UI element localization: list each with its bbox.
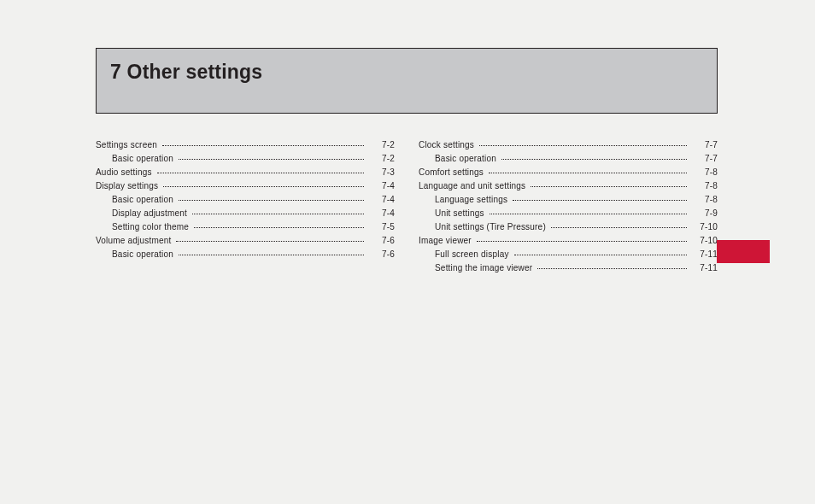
toc-entry-page: 7-10 (689, 220, 718, 234)
toc-entry: Language settings7-8 (419, 193, 718, 207)
toc-entry: Language and unit settings7-8 (419, 179, 718, 193)
toc-entry: Clock settings7-7 (419, 138, 718, 152)
section-tab-marker (717, 240, 770, 263)
toc-leader-dots (179, 159, 364, 160)
toc-entry-page: 7-7 (689, 152, 718, 166)
toc-entry: Image viewer7-10 (419, 234, 718, 248)
toc-entry: Display settings7-4 (96, 179, 395, 193)
toc-leader-dots (192, 214, 364, 214)
toc-entry: Setting color theme7-5 (96, 220, 395, 234)
chapter-number: 7 (110, 61, 121, 83)
table-of-contents: Settings screen7-2Basic operation7-2Audi… (96, 138, 718, 275)
toc-entry-page: 7-8 (689, 166, 718, 179)
toc-leader-dots (163, 186, 364, 187)
toc-entry: Audio settings7-3 (96, 166, 395, 179)
toc-entry: Volume adjustment7-6 (96, 234, 395, 248)
toc-entry: Basic operation7-2 (96, 152, 395, 166)
toc-entry-label: Basic operation (112, 193, 176, 207)
toc-entry: Unit settings (Tire Pressure)7-10 (419, 220, 718, 234)
toc-entry-label: Basic operation (112, 152, 176, 166)
toc-entry: Unit settings7-9 (419, 207, 718, 220)
toc-entry-page: 7-2 (366, 138, 395, 152)
toc-leader-dots (179, 200, 364, 201)
toc-entry-label: Settings screen (96, 138, 160, 152)
toc-entry-label: Comfort settings (419, 166, 486, 179)
toc-entry-label: Image viewer (419, 234, 474, 248)
toc-entry: Settings screen7-2 (96, 138, 395, 152)
toc-leader-dots (489, 173, 687, 173)
toc-entry: Full screen display7-11 (419, 248, 718, 261)
chapter-title: 7 Other settings (97, 49, 717, 84)
toc-column-right: Clock settings7-7Basic operation7-7Comfo… (419, 138, 718, 275)
toc-entry-label: Language and unit settings (419, 179, 528, 193)
toc-entry-label: Audio settings (96, 166, 155, 179)
toc-entry-page: 7-8 (689, 179, 718, 193)
toc-leader-dots (531, 186, 687, 187)
toc-entry-label: Basic operation (435, 152, 499, 166)
toc-entry-page: 7-4 (366, 193, 395, 207)
toc-entry-label: Setting color theme (112, 220, 191, 234)
toc-entry: Display adjustment7-4 (96, 207, 395, 220)
toc-entry-page: 7-6 (366, 248, 395, 261)
toc-entry-page: 7-11 (689, 261, 718, 275)
toc-entry-page: 7-11 (689, 248, 718, 261)
toc-entry-page: 7-3 (366, 166, 395, 179)
toc-entry-page: 7-10 (689, 234, 718, 248)
toc-leader-dots (477, 241, 687, 242)
toc-leader-dots (479, 145, 687, 146)
toc-leader-dots (176, 241, 364, 242)
toc-entry-page: 7-7 (689, 138, 718, 152)
toc-leader-dots (162, 145, 364, 146)
toc-entry-label: Basic operation (112, 248, 176, 261)
toc-entry-label: Unit settings (435, 207, 487, 220)
toc-leader-dots (490, 214, 687, 214)
toc-entry-label: Display adjustment (112, 207, 190, 220)
chapter-header: 7 Other settings (96, 48, 718, 114)
toc-entry-page: 7-2 (366, 152, 395, 166)
toc-entry-label: Unit settings (Tire Pressure) (435, 220, 548, 234)
toc-entry: Basic operation7-6 (96, 248, 395, 261)
toc-entry-page: 7-4 (366, 179, 395, 193)
page: 7 Other settings Settings screen7-2Basic… (0, 0, 815, 504)
toc-leader-dots (513, 200, 687, 201)
toc-leader-dots (551, 227, 687, 228)
toc-entry: Comfort settings7-8 (419, 166, 718, 179)
toc-leader-dots (194, 227, 364, 228)
toc-leader-dots (514, 255, 687, 255)
toc-entry-page: 7-8 (689, 193, 718, 207)
toc-entry-label: Setting the image viewer (435, 261, 535, 275)
toc-entry-page: 7-4 (366, 207, 395, 220)
toc-entry-page: 7-6 (366, 234, 395, 248)
toc-entry-label: Full screen display (435, 248, 512, 261)
toc-leader-dots (157, 173, 364, 173)
toc-leader-dots (179, 255, 364, 255)
toc-entry: Basic operation7-4 (96, 193, 395, 207)
toc-leader-dots (501, 159, 687, 160)
toc-entry-page: 7-5 (366, 220, 395, 234)
toc-column-left: Settings screen7-2Basic operation7-2Audi… (96, 138, 395, 275)
toc-leader-dots (537, 268, 687, 269)
toc-entry-label: Display settings (96, 179, 161, 193)
chapter-title-text: Other settings (127, 61, 263, 83)
toc-entry-page: 7-9 (689, 207, 718, 220)
toc-entry-label: Volume adjustment (96, 234, 173, 248)
toc-entry-label: Language settings (435, 193, 510, 207)
toc-entry: Setting the image viewer7-11 (419, 261, 718, 275)
toc-entry-label: Clock settings (419, 138, 477, 152)
toc-entry: Basic operation7-7 (419, 152, 718, 166)
